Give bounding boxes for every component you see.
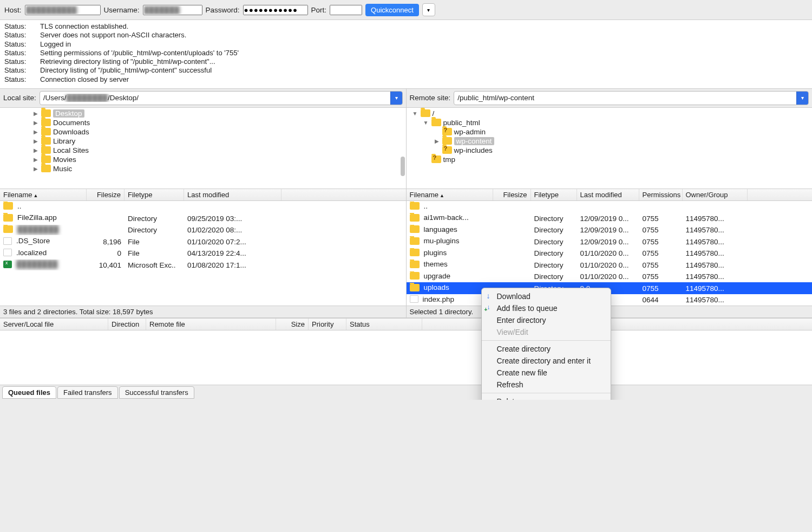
file-row[interactable]: languagesDirectory12/09/2019 0...0755114… — [407, 224, 813, 236]
scrollbar-thumb[interactable] — [401, 157, 405, 176]
remote-file-list[interactable]: ..ai1wm-back...Directory12/09/2019 0...0… — [407, 201, 813, 306]
column-filetype[interactable]: Filetype — [531, 189, 577, 200]
file-row[interactable]: ████████Directory01/02/2020 08:... — [0, 224, 406, 236]
disclosure-triangle-icon[interactable]: ▶ — [32, 111, 39, 116]
disclosure-triangle-icon[interactable]: ▶ — [32, 138, 39, 144]
column-lastmodified[interactable]: Last modified — [184, 189, 281, 200]
file-row[interactable]: .. — [407, 201, 813, 213]
column-lastmodified[interactable]: Last modified — [577, 189, 639, 200]
file-type: Microsoft Exc.. — [125, 261, 184, 270]
column-priority[interactable]: Priority — [309, 319, 346, 330]
file-modified: 12/09/2019 0... — [577, 237, 639, 246]
column-size[interactable]: Size — [276, 319, 309, 330]
transfer-queue-list[interactable] — [0, 330, 812, 385]
menu-create-new-file[interactable]: Create new file — [482, 367, 611, 379]
file-modified: 12/09/2019 0... — [577, 225, 639, 235]
file-row[interactable]: FileZilla.appDirectory09/25/2019 03:... — [0, 212, 406, 224]
folder-icon — [410, 237, 420, 245]
tree-node[interactable]: ▶Music — [0, 164, 406, 173]
column-filename[interactable]: Filename▲ — [0, 189, 87, 200]
folder-icon — [41, 109, 51, 117]
tree-node[interactable]: ▼/ — [407, 109, 813, 118]
folder-icon — [410, 261, 420, 268]
disclosure-triangle-icon[interactable]: ▼ — [412, 111, 418, 116]
sort-asc-icon: ▲ — [33, 193, 38, 198]
tree-node[interactable]: wp-includes — [407, 146, 813, 155]
column-server-local-file[interactable]: Server/Local file — [0, 319, 108, 330]
menu-download[interactable]: Download — [482, 290, 611, 302]
disclosure-triangle-icon[interactable]: ▶ — [32, 157, 39, 163]
file-row[interactable]: ████████10,401Microsoft Exc..01/08/2020 … — [0, 259, 406, 271]
column-ownergroup[interactable]: Owner/Group — [683, 189, 748, 200]
local-directory-tree[interactable]: ▶Desktop▶Documents▶Downloads▶Library▶Loc… — [0, 108, 406, 189]
tab-successful-transfers[interactable]: Successful transfers — [119, 386, 194, 399]
file-name: FileZilla.app — [17, 213, 57, 222]
local-status-bar: 3 files and 2 directories. Total size: 1… — [0, 306, 406, 317]
column-filesize[interactable]: Filesize — [493, 189, 531, 200]
context-menu[interactable]: Download Add files to queue Enter direct… — [481, 288, 611, 400]
file-row[interactable]: pluginsDirectory01/10/2020 0...075511495… — [407, 248, 813, 259]
column-remote-file[interactable]: Remote file — [146, 319, 276, 330]
quickconnect-button[interactable]: Quickconnect — [365, 4, 419, 16]
column-filename[interactable]: Filename▲ — [407, 189, 493, 200]
file-owner: 11495780... — [683, 261, 748, 270]
host-input[interactable] — [25, 5, 101, 15]
disclosure-triangle-icon[interactable]: ▶ — [32, 147, 39, 153]
disclosure-triangle-icon[interactable]: ▶ — [434, 138, 440, 144]
menu-create-directory-enter[interactable]: Create directory and enter it — [482, 355, 611, 367]
file-row[interactable]: .DS_Store8,196File01/10/2020 07:2... — [0, 236, 406, 248]
tree-node[interactable]: ▶Local Sites — [0, 146, 406, 155]
sort-asc-icon: ▲ — [440, 193, 444, 198]
menu-delete[interactable]: Delete — [482, 395, 611, 400]
tab-queued-files[interactable]: Queued files — [2, 386, 56, 399]
local-file-list[interactable]: ..FileZilla.appDirectory09/25/2019 03:..… — [0, 201, 406, 306]
file-permissions: 0755 — [639, 237, 683, 246]
tree-node[interactable]: ▶wp-content — [407, 137, 813, 146]
column-direction[interactable]: Direction — [108, 319, 146, 330]
menu-enter-directory[interactable]: Enter directory — [482, 314, 611, 326]
file-row[interactable]: .localized0File04/13/2019 22:4... — [0, 248, 406, 259]
column-status[interactable]: Status — [346, 319, 422, 330]
file-row[interactable]: themesDirectory01/10/2020 0...0755114957… — [407, 259, 813, 271]
local-path-combobox[interactable]: /Users/████████/Desktop/ ▾ — [40, 91, 403, 105]
tree-node[interactable]: ▶Downloads — [0, 127, 406, 137]
menu-create-directory[interactable]: Create directory — [482, 343, 611, 355]
column-filetype[interactable]: Filetype — [125, 189, 184, 200]
file-permissions: 0755 — [639, 272, 683, 281]
file-modified: 01/10/2020 0... — [577, 249, 639, 258]
queue-tabs: Queued files Failed transfers Successful… — [0, 385, 812, 400]
chevron-down-icon[interactable]: ▾ — [390, 92, 402, 105]
chevron-down-icon[interactable]: ▾ — [796, 92, 808, 105]
port-input[interactable] — [330, 5, 362, 15]
tab-failed-transfers[interactable]: Failed transfers — [57, 386, 118, 399]
disclosure-triangle-icon[interactable]: ▶ — [32, 166, 39, 172]
quickconnect-history-dropdown[interactable]: ▾ — [422, 3, 435, 16]
disclosure-triangle-icon[interactable]: ▶ — [32, 129, 39, 135]
menu-refresh[interactable]: Refresh — [482, 379, 611, 391]
file-row[interactable]: upgradeDirectory01/10/2020 0...075511495… — [407, 271, 813, 283]
disclosure-triangle-icon[interactable]: ▶ — [32, 120, 39, 126]
tree-node[interactable]: ▶Library — [0, 137, 406, 146]
tree-node[interactable]: ▶Movies — [0, 155, 406, 164]
disclosure-triangle-icon[interactable]: ▼ — [423, 120, 429, 126]
file-size — [493, 264, 531, 265]
tree-node[interactable]: tmp — [407, 155, 813, 164]
tree-node[interactable]: wp-admin — [407, 127, 813, 137]
file-row[interactable]: ai1wm-back...Directory12/09/2019 0...075… — [407, 212, 813, 224]
column-filesize[interactable]: Filesize — [87, 189, 125, 200]
password-input[interactable] — [243, 5, 308, 15]
tree-node[interactable]: ▶Desktop — [0, 109, 406, 118]
menu-add-to-queue[interactable]: Add files to queue — [482, 302, 611, 314]
tree-node[interactable]: ▶Documents — [0, 118, 406, 127]
tree-node[interactable]: ▼public_html — [407, 118, 813, 127]
folder-icon — [3, 225, 13, 233]
username-input[interactable] — [143, 5, 202, 15]
username-label: Username: — [104, 6, 140, 14]
remote-path-combobox[interactable]: /public_html/wp-content ▾ — [454, 91, 809, 105]
file-row[interactable]: mu-pluginsDirectory12/09/2019 0...075511… — [407, 236, 813, 248]
password-label: Password: — [206, 6, 240, 14]
column-permissions[interactable]: Permissions — [639, 189, 683, 200]
remote-directory-tree[interactable]: ▼/▼public_htmlwp-admin▶wp-contentwp-incl… — [407, 108, 813, 189]
file-row[interactable]: .. — [0, 201, 406, 213]
file-size: 10,401 — [87, 261, 125, 270]
